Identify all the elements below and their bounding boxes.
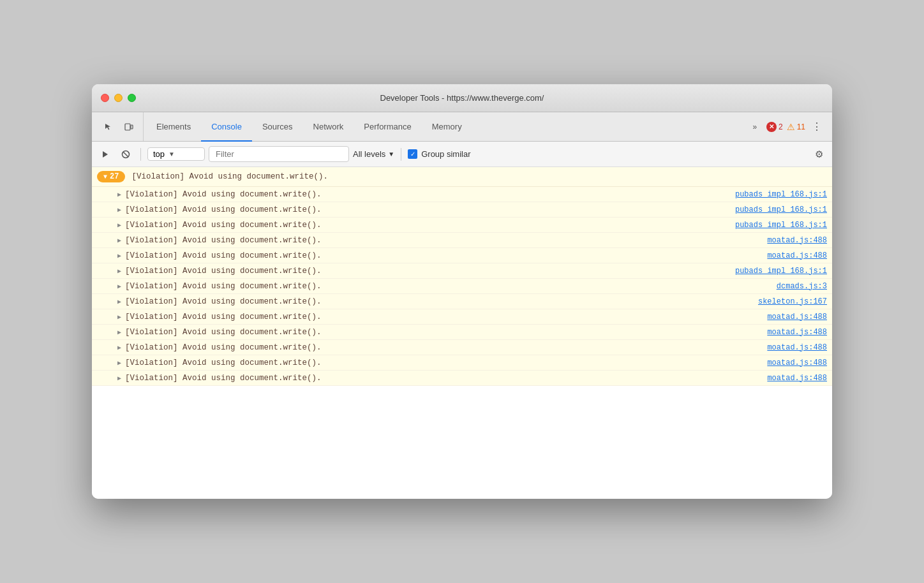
- tab-memory[interactable]: Memory: [422, 113, 472, 142]
- table-row: ▶ [Violation] Avoid using document.write…: [92, 218, 832, 233]
- svg-rect-1: [131, 125, 133, 129]
- row-message: [Violation] Avoid using document.write()…: [125, 251, 767, 260]
- group-similar-label: Group similar: [421, 149, 470, 159]
- warning-badge: ⚠ 11: [787, 122, 805, 132]
- row-source-link[interactable]: moatad.js:488: [767, 374, 827, 383]
- row-expand-icon[interactable]: ▶: [117, 267, 121, 275]
- row-expand-icon[interactable]: ▶: [117, 328, 121, 336]
- cursor-icon: [104, 122, 113, 131]
- row-expand-icon[interactable]: ▶: [117, 237, 121, 244]
- window-title: Developer Tools - https://www.theverge.c…: [380, 93, 544, 103]
- row-source-link[interactable]: moatad.js:488: [767, 236, 827, 245]
- table-row: ▶ [Violation] Avoid using document.write…: [92, 279, 832, 294]
- traffic-lights: [101, 94, 136, 102]
- svg-line-4: [123, 152, 128, 157]
- warning-icon: ⚠: [787, 122, 795, 132]
- violation-group-header[interactable]: ▼ 27 [Violation] Avoid using document.wr…: [92, 167, 832, 187]
- row-source-link[interactable]: moatad.js:488: [767, 251, 827, 260]
- table-row: ▶ [Violation] Avoid using document.write…: [92, 325, 832, 340]
- row-message: [Violation] Avoid using document.write()…: [125, 267, 735, 276]
- tab-sources[interactable]: Sources: [252, 113, 303, 142]
- row-message: [Violation] Avoid using document.write()…: [125, 221, 735, 230]
- toolbar-divider-1: [140, 148, 141, 161]
- tab-elements[interactable]: Elements: [146, 113, 201, 142]
- console-content: ▼ 27 [Violation] Avoid using document.wr…: [92, 167, 832, 499]
- row-expand-icon[interactable]: ▶: [117, 283, 121, 290]
- row-message: [Violation] Avoid using document.write()…: [125, 374, 767, 383]
- row-source-link[interactable]: moatad.js:488: [767, 358, 827, 367]
- row-message: [Violation] Avoid using document.write()…: [125, 282, 777, 291]
- row-expand-icon[interactable]: ▶: [117, 359, 121, 367]
- row-message: [Violation] Avoid using document.write()…: [125, 190, 735, 199]
- group-similar-checkbox[interactable]: ✓: [408, 149, 417, 159]
- more-tabs-icon: »: [753, 122, 757, 131]
- row-expand-icon[interactable]: ▶: [117, 252, 121, 260]
- level-dropdown-icon: ▼: [388, 151, 394, 158]
- tab-performance[interactable]: Performance: [354, 113, 421, 142]
- minimize-button[interactable]: [114, 94, 123, 102]
- row-message: [Violation] Avoid using document.write()…: [125, 297, 758, 306]
- row-expand-icon[interactable]: ▶: [117, 191, 121, 198]
- checkmark-icon: ✓: [410, 151, 415, 158]
- dropdown-arrow-icon: ▼: [168, 151, 175, 158]
- table-row: ▶ [Violation] Avoid using document.write…: [92, 294, 832, 309]
- row-message: [Violation] Avoid using document.write()…: [125, 328, 767, 337]
- table-row: ▶ [Violation] Avoid using document.write…: [92, 248, 832, 263]
- toolbar-divider-2: [401, 148, 401, 161]
- block-requests-button[interactable]: [117, 146, 134, 163]
- error-badge: ✕ 2: [766, 122, 783, 132]
- cursor-tool-button[interactable]: [100, 118, 117, 136]
- tab-bar: Elements Console Sources Network Perform…: [92, 112, 832, 142]
- table-row: ▶ [Violation] Avoid using document.write…: [92, 202, 832, 218]
- context-selector[interactable]: top ▼: [147, 147, 205, 161]
- row-source-link[interactable]: dcmads.js:3: [777, 282, 827, 291]
- table-row: ▶ [Violation] Avoid using document.write…: [92, 263, 832, 279]
- clear-console-button[interactable]: [97, 146, 114, 163]
- row-source-link[interactable]: skeleton.js:167: [758, 297, 827, 306]
- tab-network[interactable]: Network: [303, 113, 354, 142]
- row-expand-icon[interactable]: ▶: [117, 221, 121, 229]
- row-message: [Violation] Avoid using document.write()…: [125, 343, 767, 352]
- table-row: ▶ [Violation] Avoid using document.write…: [92, 187, 832, 202]
- device-mode-button[interactable]: [120, 118, 138, 136]
- row-source-link[interactable]: moatad.js:488: [767, 343, 827, 352]
- row-expand-icon[interactable]: ▶: [117, 298, 121, 306]
- row-source-link[interactable]: moatad.js:488: [767, 328, 827, 337]
- row-source-link[interactable]: moatad.js:488: [767, 313, 827, 321]
- devtools-menu-button[interactable]: ⋮: [809, 118, 824, 135]
- tab-console[interactable]: Console: [201, 113, 252, 142]
- row-source-link[interactable]: pubads_impl_168.js:1: [735, 190, 827, 199]
- close-button[interactable]: [101, 94, 109, 102]
- violation-count-badge[interactable]: ▼ 27: [97, 171, 125, 182]
- play-icon: [101, 150, 110, 159]
- filter-input[interactable]: [209, 146, 349, 162]
- badge-collapse-icon: ▼: [103, 173, 107, 181]
- maximize-button[interactable]: [128, 94, 136, 102]
- row-message: [Violation] Avoid using document.write()…: [125, 236, 767, 245]
- row-source-link[interactable]: pubads_impl_168.js:1: [735, 267, 827, 276]
- violation-count: 27: [110, 172, 119, 181]
- group-header-message: [Violation] Avoid using document.write()…: [131, 172, 328, 181]
- row-source-link[interactable]: pubads_impl_168.js:1: [735, 205, 827, 214]
- row-expand-icon[interactable]: ▶: [117, 374, 121, 382]
- svg-marker-2: [103, 151, 108, 158]
- row-source-link[interactable]: pubads_impl_168.js:1: [735, 221, 827, 230]
- console-settings-button[interactable]: ⚙: [810, 146, 827, 163]
- error-icon: ✕: [766, 122, 777, 132]
- table-row: ▶ [Violation] Avoid using document.write…: [92, 309, 832, 325]
- row-message: [Violation] Avoid using document.write()…: [125, 205, 735, 214]
- console-toolbar: top ▼ All levels ▼ ✓ Group similar ⚙: [92, 142, 832, 167]
- more-tabs-button[interactable]: »: [747, 119, 763, 135]
- table-row: ▶ [Violation] Avoid using document.write…: [92, 355, 832, 371]
- devtools-window: Developer Tools - https://www.theverge.c…: [92, 84, 832, 499]
- log-level-selector[interactable]: All levels ▼: [353, 149, 394, 159]
- tab-bar-icons: [94, 112, 144, 141]
- row-expand-icon[interactable]: ▶: [117, 313, 121, 321]
- table-row: ▶ [Violation] Avoid using document.write…: [92, 371, 832, 386]
- row-expand-icon[interactable]: ▶: [117, 206, 121, 214]
- tab-spacer: [472, 112, 742, 141]
- gear-icon: ⚙: [815, 149, 823, 160]
- row-expand-icon[interactable]: ▶: [117, 344, 121, 351]
- table-row: ▶ [Violation] Avoid using document.write…: [92, 340, 832, 355]
- console-rows: ▶ [Violation] Avoid using document.write…: [92, 187, 832, 386]
